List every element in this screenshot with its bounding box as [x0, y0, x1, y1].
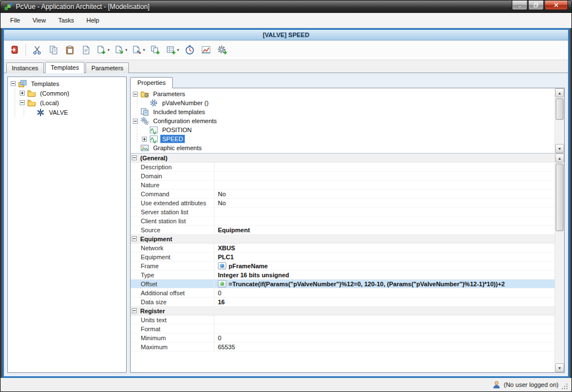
tree-item-local[interactable]: (Local)	[8, 98, 126, 107]
properties-panel: Properties ParameterspValveNumber ()Incl…	[130, 76, 565, 373]
collapse-icon[interactable]	[133, 92, 138, 97]
cut-button[interactable]	[29, 43, 44, 58]
property-grid-scrollbar[interactable]: ▲ ▼	[555, 154, 564, 372]
property-row-equipment[interactable]: EquipmentPLC1	[131, 253, 555, 262]
property-value: No	[218, 200, 226, 206]
property-row-units-text[interactable]: Units text	[131, 316, 555, 325]
scroll-track[interactable]	[555, 97, 564, 144]
section-header-equipment[interactable]: Equipment	[131, 235, 555, 244]
scroll-thumb[interactable]	[556, 164, 564, 231]
paste-icon	[65, 45, 75, 55]
scroll-up-icon[interactable]: ▲	[555, 154, 564, 163]
scroll-track[interactable]	[555, 163, 564, 363]
dropdown-caret-icon[interactable]: ▾	[177, 48, 180, 52]
resize-grip[interactable]	[561, 383, 569, 390]
property-row-format[interactable]: Format	[131, 325, 555, 334]
tree-item-included-templates[interactable]: Included templates	[131, 107, 555, 116]
property-row-client-station-list[interactable]: Client station list	[131, 217, 555, 226]
copy-button[interactable]	[46, 43, 61, 58]
property-value: PLC1	[218, 254, 234, 260]
section-header-register[interactable]: Register	[131, 307, 555, 316]
menu-tasks[interactable]: Tasks	[52, 14, 80, 26]
template-actions-button[interactable]: ▾	[130, 43, 147, 58]
menu-file[interactable]: File	[4, 14, 26, 26]
dropdown-caret-icon[interactable]: ▾	[108, 48, 110, 52]
expand-icon[interactable]	[20, 91, 25, 96]
property-row-description[interactable]: Description	[131, 163, 555, 172]
toolbar: ▾▾▾▾	[4, 40, 568, 60]
tree-guide	[11, 107, 20, 117]
property-row-additional-offset[interactable]: Additional offset0	[131, 289, 555, 298]
collapse-icon[interactable]	[132, 236, 137, 241]
tree-item-speed[interactable]: SPEED	[131, 134, 555, 143]
exit-button[interactable]	[7, 43, 22, 58]
close-button[interactable]	[544, 1, 568, 10]
app-window: PcVue - Application Architect - [Modelis…	[0, 0, 572, 392]
import-template-button[interactable]: ▾	[113, 43, 129, 58]
restore-button[interactable]	[528, 1, 544, 10]
folder-icon	[27, 89, 37, 98]
properties-body: ParameterspValveNumber ()Included templa…	[130, 88, 565, 373]
tree-item-valve[interactable]: VALVE	[8, 107, 126, 117]
timer-button[interactable]	[182, 43, 197, 58]
property-row-source[interactable]: SourceEquipment	[131, 226, 555, 235]
collapse-icon[interactable]	[132, 155, 137, 160]
minimize-button[interactable]	[512, 1, 528, 10]
tab-properties[interactable]: Properties	[130, 77, 173, 88]
timer-icon	[185, 45, 195, 55]
property-row-minimum[interactable]: Minimum0	[131, 334, 555, 343]
add-template-button[interactable]: ▾	[95, 43, 111, 58]
blue-circle-icon[interactable]	[218, 262, 226, 269]
green-circle-icon[interactable]	[218, 280, 226, 287]
property-row-network[interactable]: NetworkXBUS	[131, 244, 555, 253]
add-service-button[interactable]	[214, 43, 230, 58]
tree-item-parameters[interactable]: Parameters	[131, 89, 555, 98]
property-row-type[interactable]: TypeInteger 16 bits unsigned	[131, 271, 555, 280]
trend-button[interactable]	[198, 43, 213, 58]
dropdown-caret-icon[interactable]: ▾	[143, 48, 145, 52]
menu-view[interactable]: View	[26, 14, 52, 26]
tree-item-templates[interactable]: Templates	[8, 79, 126, 88]
section-header-general[interactable]: (General)	[131, 154, 555, 163]
templates-root-icon	[18, 79, 28, 88]
scroll-down-icon[interactable]: ▼	[555, 144, 564, 153]
scroll-down-icon[interactable]: ▼	[555, 363, 564, 372]
document-button[interactable]	[78, 43, 93, 58]
add-instance-button[interactable]	[148, 43, 163, 58]
tree-item-common[interactable]: (Common)	[8, 88, 126, 98]
tab-templates[interactable]: Templates	[45, 62, 84, 73]
collapse-icon[interactable]	[20, 100, 25, 105]
tree-item-position[interactable]: POSITION	[131, 125, 555, 134]
property-row-domain[interactable]: Domain	[131, 172, 555, 181]
menu-help[interactable]: Help	[81, 14, 106, 26]
tree-item-graphic-elements[interactable]: Graphic elements	[131, 143, 555, 152]
folder-icon	[27, 98, 37, 107]
property-row-command[interactable]: CommandNo	[131, 190, 555, 199]
property-row-nature[interactable]: Nature	[131, 181, 555, 190]
scroll-thumb[interactable]	[556, 98, 564, 120]
scroll-up-icon[interactable]: ▲	[555, 88, 564, 97]
property-row-use-extended-attributes[interactable]: Use extended attributesNo	[131, 199, 555, 208]
paste-button[interactable]	[62, 43, 77, 58]
collapse-icon[interactable]	[132, 308, 137, 313]
property-row-frame[interactable]: FramepFrameName	[131, 262, 555, 271]
property-row-server-station-list[interactable]: Server station list	[131, 208, 555, 217]
tree-item-label: Included templates	[151, 108, 207, 116]
property-row-offset[interactable]: Offset=Truncate(if(Params("pValveNumber"…	[131, 280, 555, 289]
property-value: 16	[218, 299, 225, 305]
property-row-data-size[interactable]: Data size16	[131, 298, 555, 307]
dropdown-caret-icon[interactable]: ▾	[126, 48, 128, 52]
tab-instances[interactable]: Instances	[6, 62, 44, 73]
tree-guide	[133, 134, 142, 143]
tree-item-pvalvenumber[interactable]: pValveNumber ()	[131, 98, 555, 107]
collapse-icon[interactable]	[11, 81, 16, 86]
tab-parameters[interactable]: Parameters	[86, 62, 129, 73]
expand-icon[interactable]	[142, 137, 147, 142]
property-name: Frame	[140, 262, 214, 270]
collapse-icon[interactable]	[133, 119, 138, 124]
element-tree-scrollbar[interactable]: ▲ ▼	[555, 88, 564, 153]
property-row-maximum[interactable]: Maximum65535	[131, 343, 555, 352]
add-configuration-button[interactable]: ▾	[164, 43, 181, 58]
wave-icon	[149, 125, 159, 134]
tree-item-configuration-elements[interactable]: Configuration elements	[131, 116, 555, 125]
